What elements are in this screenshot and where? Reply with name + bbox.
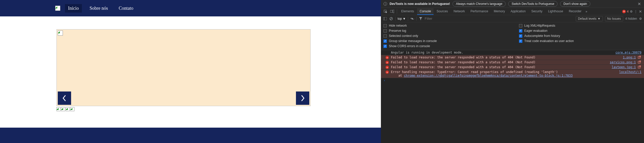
chk-treat-code-eval[interactable]: Treat code evaluation as user action [519, 39, 642, 43]
tab-recorder[interactable]: Recorder [566, 8, 584, 15]
error-icon: ✕ [386, 56, 389, 59]
device-toolbar-icon[interactable] [390, 10, 394, 13]
svg-line-6 [390, 18, 392, 20]
log-message: Angular is running in development mode. [391, 51, 613, 54]
pill-match-chrome-lang[interactable]: Always match Chrome's language [453, 1, 506, 7]
tab-network[interactable]: Network [451, 8, 467, 15]
tab-application[interactable]: Application [508, 8, 528, 15]
chevron-left-icon [62, 95, 67, 102]
chevron-right-icon [300, 95, 305, 102]
pill-switch-portuguese[interactable]: Switch DevTools to Portuguese [508, 1, 558, 7]
devtools-settings-icon[interactable]: ⚙ [629, 10, 633, 13]
tabs-overflow-icon[interactable]: » [585, 10, 587, 13]
tab-security[interactable]: Security [529, 8, 545, 15]
tab-console[interactable]: Console [417, 8, 434, 15]
infobar-message: DevTools is now available in Portuguese! [390, 2, 450, 6]
console-toolbar: top ▼ Default levels ▼ No Issues 4 hidde… [381, 15, 644, 22]
console-settings-panel: Hide network Log XMLHttpRequests Preserv… [381, 22, 644, 50]
log-levels-selector[interactable]: Default levels ▼ [576, 16, 603, 21]
thumb-broken-image-icon[interactable] [61, 107, 65, 111]
nav-item-sobre[interactable]: Sobre nós [86, 4, 111, 13]
site-body [0, 16, 381, 128]
svg-rect-2 [393, 10, 394, 13]
log-entry-error: ✕ Failed to load resource: the server re… [381, 60, 644, 65]
svg-line-9 [639, 56, 641, 57]
external-link-icon[interactable] [638, 60, 641, 64]
tab-elements[interactable]: Elements [399, 8, 417, 15]
execution-context-selector[interactable]: top ▼ [398, 17, 406, 21]
external-link-icon[interactable] [638, 56, 641, 59]
log-message: Failed to load resource: the server resp… [391, 60, 608, 64]
svg-rect-1 [390, 10, 393, 12]
tab-lighthouse[interactable]: Lighthouse [545, 8, 566, 15]
log-entry-info: Angular is running in development mode. … [381, 50, 644, 55]
pill-dont-show-again[interactable]: Don't show again [560, 1, 590, 7]
chk-preserve-log[interactable]: Preserve log [383, 29, 506, 33]
chk-eager-eval[interactable]: Eager evaluation [519, 29, 642, 33]
log-message: Error handling response: TypeError: Cann… [391, 70, 617, 77]
svg-line-13 [639, 66, 641, 67]
console-sidebar-toggle-icon[interactable] [383, 17, 387, 21]
svg-rect-3 [383, 17, 387, 20]
console-filter-input[interactable] [425, 17, 456, 21]
devtools-pane: i DevTools is now available in Portugues… [381, 0, 644, 143]
thumb-broken-image-icon[interactable] [66, 107, 70, 111]
chk-autocomplete[interactable]: Autocomplete from history [519, 34, 642, 38]
devtools-infobar: i DevTools is now available in Portugues… [381, 0, 644, 8]
log-source-link[interactable]: 1.png:1 [623, 56, 636, 59]
tab-memory[interactable]: Memory [491, 8, 507, 15]
chk-log-xhr[interactable]: Log XMLHttpRequests [519, 24, 642, 27]
devtools-more-icon[interactable]: ⋮ [634, 10, 638, 13]
devtools-close-icon[interactable]: ✕ [638, 9, 642, 14]
live-expression-icon[interactable] [410, 17, 414, 21]
devtools-tabstrip: Elements Console Sources Network Perform… [381, 8, 644, 15]
log-source-link[interactable]: localhost/:1 [619, 70, 641, 74]
log-entry-error: ✕ Failed to load resource: the server re… [381, 55, 644, 60]
carousel-next-button[interactable] [296, 91, 309, 105]
error-icon: ✕ [386, 66, 389, 69]
error-icon: ✕ [386, 70, 389, 74]
thumb-broken-image-icon[interactable] [56, 107, 61, 111]
site-footer [0, 128, 381, 143]
thumb-broken-image-icon[interactable] [70, 107, 74, 111]
external-link-icon[interactable] [638, 65, 641, 69]
log-message: Failed to load resource: the server resp… [391, 56, 621, 59]
console-log: Angular is running in development mode. … [381, 50, 644, 143]
log-source-link[interactable]: core.mjs:30079 [616, 51, 641, 54]
error-count-badge[interactable]: ✕ 4 [622, 10, 629, 13]
tab-performance[interactable]: Performance [468, 8, 491, 15]
infobar-close-icon[interactable]: ✕ [637, 2, 641, 6]
inspect-element-icon[interactable] [383, 10, 388, 13]
error-count: 4 [627, 10, 629, 13]
chk-selected-ctx[interactable]: Selected context only [383, 34, 506, 38]
log-entry-error: ✕ Failed to load resource: the server re… [381, 65, 644, 70]
carousel-broken-image-icon [58, 30, 63, 36]
chk-show-cors[interactable]: Show CORS errors in console [383, 44, 506, 48]
website-pane: Início Sobre nós Contato [0, 0, 381, 143]
filter-input-wrap [425, 17, 574, 21]
chk-group-similar[interactable]: Group similar messages in console [383, 39, 506, 43]
nav-item-contato[interactable]: Contato [116, 4, 137, 13]
svg-point-7 [412, 18, 413, 19]
logo-broken-image-icon [55, 6, 60, 11]
console-settings-icon[interactable]: ⚙ [639, 17, 642, 21]
clear-console-icon[interactable] [389, 17, 393, 21]
filter-icon [419, 17, 423, 21]
error-icon: ✕ [622, 10, 626, 13]
carousel-prev-button[interactable] [58, 91, 71, 105]
log-source-link[interactable]: servicos.png:1 [610, 60, 636, 64]
svg-line-11 [639, 61, 641, 62]
log-source-link[interactable]: lavteen.jpg:1 [612, 65, 636, 69]
carousel [56, 29, 311, 106]
nav-item-inicio[interactable]: Início [65, 4, 82, 13]
hidden-count: 4 hidden [625, 17, 637, 21]
chk-hide-network[interactable]: Hide network [383, 24, 506, 27]
tab-sources[interactable]: Sources [434, 8, 450, 15]
site-navbar: Início Sobre nós Contato [0, 0, 381, 16]
console-prompt[interactable]: › [381, 78, 644, 83]
no-issues-pill[interactable]: No Issues [605, 16, 623, 21]
chevron-down-icon: ▼ [598, 17, 601, 21]
info-icon: i [383, 2, 387, 6]
chevron-down-icon: ▼ [403, 17, 406, 21]
stack-trace-link[interactable]: chrome-extension://gbdjcgalliefpinpmggef… [404, 74, 573, 77]
